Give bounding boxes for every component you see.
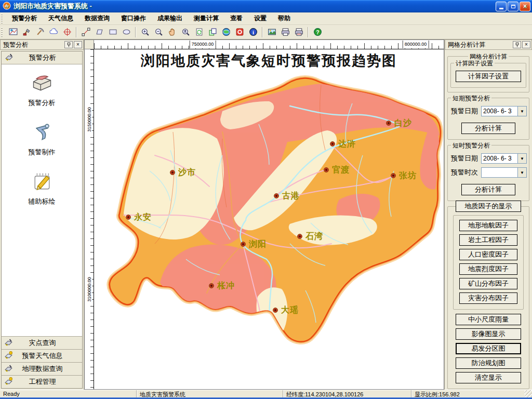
toolbar-separator: [262, 27, 263, 37]
draw-polygon-icon[interactable]: [92, 26, 106, 38]
plotter-icon: [5, 52, 14, 63]
chevron-down-icon[interactable]: ▼: [517, 168, 526, 177]
stop-record-icon[interactable]: [233, 26, 246, 38]
print-icon[interactable]: [278, 26, 292, 38]
terrain-factor-button[interactable]: 地形地貌因子: [459, 220, 517, 231]
svg-text:i: i: [252, 30, 254, 35]
city-marker: [324, 167, 329, 172]
warning-make-icon[interactable]: [20, 26, 33, 38]
status-system: 地质灾害预警系统: [137, 390, 283, 397]
resize-grip[interactable]: [525, 390, 532, 397]
menu-result-output[interactable]: 成果输出: [152, 12, 188, 24]
group-legend: 短时预警分析: [451, 141, 491, 150]
prevention-plan-button[interactable]: 防治规划图: [456, 357, 521, 369]
menu-help[interactable]: 帮助: [272, 12, 296, 24]
susceptibility-map-button[interactable]: 易发分区图: [456, 343, 521, 354]
clear-display-button[interactable]: 清空显示: [456, 372, 521, 383]
tool-aux-plot[interactable]: 辅助标绘: [2, 170, 82, 206]
city-marker: [386, 121, 391, 126]
menu-measure-calc[interactable]: 测量计算: [188, 12, 224, 24]
ruler-label: 800000.00: [403, 41, 429, 48]
map-canvas[interactable]: 浏阳地质灾害气象短时预警预报趋势图 白沙 达浒 官渡 张坊 沙市 古港 永安 石…: [94, 49, 444, 389]
web-globe-icon[interactable]: [219, 26, 233, 38]
tool-label: 预警分析: [29, 98, 56, 108]
pan-hand-icon[interactable]: [165, 26, 179, 38]
book-icon: [31, 72, 54, 96]
menu-settings[interactable]: 设置: [248, 12, 272, 24]
toolbar-separator: [76, 27, 77, 37]
bar-project-management[interactable]: 工程管理: [2, 375, 82, 388]
zoom-out-icon[interactable]: [152, 26, 165, 38]
left-tool-list: 预警分析 预警制作 辅助标绘: [2, 64, 82, 336]
refresh-page-icon[interactable]: [192, 26, 206, 38]
image-view-icon[interactable]: [265, 26, 278, 38]
menu-warning-analysis[interactable]: 预警分析: [6, 12, 43, 24]
left-bottom-bars: 灾点查询 预警天气信息 地理数据查询 工程管理: [2, 336, 82, 388]
pin-icon[interactable]: [513, 41, 521, 48]
weather-icon: [4, 377, 13, 387]
toolbar-separator: [308, 27, 309, 37]
draw-ellipse-icon[interactable]: [119, 26, 133, 38]
mine-factor-button[interactable]: 矿山分布因子: [459, 278, 517, 289]
toolbar-grip[interactable]: [1, 28, 5, 37]
seismic-factor-button[interactable]: 地震烈度因子: [459, 263, 517, 275]
pick-tool-icon[interactable]: [33, 26, 47, 38]
status-bar: Ready 地质灾害预警系统 经纬度:114.230104,28.100126 …: [0, 390, 532, 397]
info-icon[interactable]: i: [246, 26, 260, 38]
close-icon[interactable]: ×: [74, 41, 82, 48]
warning-date-combo[interactable]: 2008- 6- 3 ▼: [481, 153, 527, 164]
analyze-button-nowcast[interactable]: 分析计算: [461, 184, 515, 195]
locate-target-icon[interactable]: [60, 26, 74, 38]
weather-icon: [4, 351, 13, 361]
tool-label: 辅助标绘: [29, 197, 56, 206]
copy-view-icon[interactable]: [206, 26, 219, 38]
help-icon[interactable]: ?: [311, 26, 324, 38]
restore-button[interactable]: [508, 2, 518, 11]
imagery-button[interactable]: 影像图显示: [456, 328, 521, 340]
ruler-label: 750000.00: [190, 41, 216, 48]
zoom-extent-icon[interactable]: [179, 26, 192, 38]
menu-window-ops[interactable]: 窗口操作: [115, 12, 152, 24]
draw-rectangle-icon[interactable]: [106, 26, 119, 38]
warning-date-combo[interactable]: 2008- 6- 3 ▼: [481, 106, 527, 116]
menu-grip[interactable]: [1, 14, 5, 23]
rainfall-button[interactable]: 中小尺度雨量: [456, 314, 521, 325]
menu-data-query[interactable]: 数据查询: [79, 12, 115, 24]
close-button[interactable]: ×: [520, 2, 530, 11]
population-factor-button[interactable]: 人口密度因子: [459, 249, 517, 260]
geotech-factor-button[interactable]: 岩土工程因子: [459, 234, 517, 246]
svg-text:dy: dy: [5, 4, 9, 8]
tool-warning-make[interactable]: 预警制作: [2, 121, 82, 157]
cloud-annotation-icon[interactable]: [47, 26, 60, 38]
group-legend: 计算因子设置: [454, 59, 495, 68]
bar-disaster-point-query[interactable]: 灾点查询: [2, 336, 82, 349]
group-legend: 短期预警分析: [451, 94, 491, 103]
bar-geo-data-query[interactable]: 地理数据查询: [2, 362, 82, 375]
left-section-header[interactable]: 预警分析: [2, 51, 82, 64]
menu-weather-info[interactable]: 天气信息: [43, 12, 79, 24]
left-panel-title: 预警分析: [3, 41, 63, 49]
title-bar: dy 浏阳市地质灾害预警系统 - ×: [0, 0, 532, 12]
right-panel-header: 网格分析计算 ×: [445, 39, 532, 50]
ruler-label: 3150000.00: [87, 106, 92, 133]
zoom-in-icon[interactable]: [138, 26, 152, 38]
menu-bar: 预警分析 天气信息 数据查询 窗口操作 成果输出 测量计算 查看 设置 帮助: [0, 12, 532, 25]
toolbar-separator: [135, 27, 136, 37]
chevron-down-icon[interactable]: ▼: [517, 154, 526, 163]
geo-factor-display-button[interactable]: 地质因子的显示: [456, 201, 521, 212]
warning-analysis-icon[interactable]: [6, 26, 20, 38]
warning-time-combo[interactable]: ▼: [481, 167, 527, 178]
bar-warning-weather-info[interactable]: 预警天气信息: [2, 349, 82, 362]
left-panel: 预警分析 × 预警分析 预警分析 预警制作 辅助标绘: [0, 39, 84, 390]
close-icon[interactable]: ×: [522, 41, 530, 48]
menu-view[interactable]: 查看: [224, 12, 248, 24]
analyze-button-short-term[interactable]: 分析计算: [461, 123, 515, 134]
print-preview-icon[interactable]: [292, 26, 305, 38]
factor-settings-button[interactable]: 计算因子设置: [456, 71, 521, 82]
minimize-button[interactable]: [496, 2, 507, 11]
chevron-down-icon[interactable]: ▼: [517, 107, 526, 116]
disaster-factor-button[interactable]: 灾害分布因子: [459, 292, 517, 304]
draw-line-icon[interactable]: [79, 26, 92, 38]
tool-warning-analysis[interactable]: 预警分析: [2, 72, 82, 108]
pin-icon[interactable]: [64, 41, 73, 48]
